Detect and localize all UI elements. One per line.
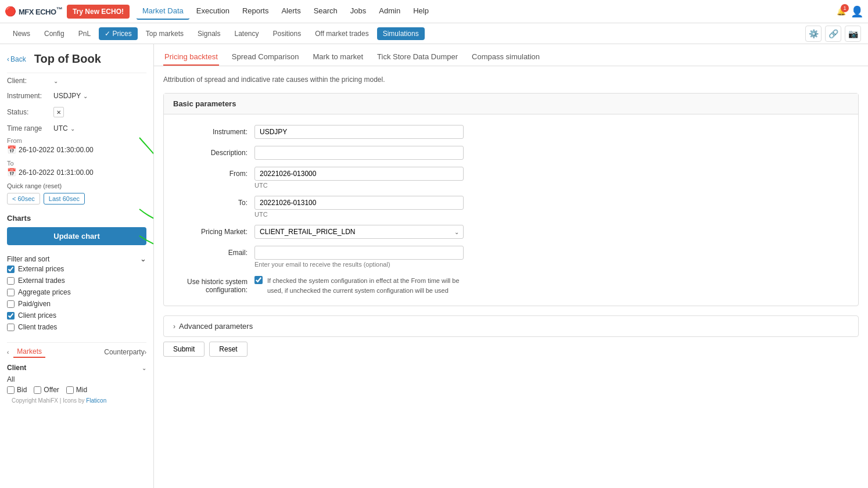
to-input[interactable] <box>254 196 464 210</box>
email-form-row: Email: Enter your email to receive the r… <box>173 242 849 271</box>
external-prices-checkbox[interactable]: External prices <box>7 263 146 275</box>
bid-checkbox[interactable]: Bid <box>7 386 27 394</box>
all-label: All <box>7 374 146 385</box>
back-button[interactable]: ‹ Back <box>7 55 26 63</box>
from-value[interactable]: 📅 26-10-2022 01:30:00.00 <box>7 145 146 154</box>
sub-nav-news[interactable]: News <box>7 27 36 40</box>
tab-markets[interactable]: Markets <box>13 346 45 358</box>
pricing-market-form-row: Pricing Market: CLIENT_RETAIL_PRICE_LDN … <box>173 221 849 242</box>
inner-tabs: Pricing backtest Spread Comparison Mark … <box>154 44 868 66</box>
historic-config-checkbox[interactable] <box>254 276 263 284</box>
try-new-echo-button[interactable]: Try New ECHO! <box>67 5 130 19</box>
paid-given-checkbox[interactable]: Paid/given <box>7 298 146 310</box>
tab-tick-store-data-dumper[interactable]: Tick Store Data Dumper <box>376 49 459 66</box>
sub-nav-pnl[interactable]: PnL <box>73 27 96 40</box>
client-section: Client ⌄ <box>7 361 146 374</box>
external-trades-checkbox[interactable]: External trades <box>7 275 146 286</box>
from-input[interactable] <box>254 167 464 181</box>
basic-parameters-section: Basic parameters Instrument: Description… <box>163 93 859 306</box>
left-chevron-icon[interactable]: ‹ <box>7 349 9 356</box>
description-form-label: Description: <box>173 146 254 157</box>
tab-mark-to-market[interactable]: Mark to market <box>311 49 364 66</box>
nav-help[interactable]: Help <box>407 3 435 20</box>
camera-icon[interactable]: 📷 <box>845 26 861 42</box>
client-dropdown[interactable]: ⌄ <box>53 78 58 84</box>
to-calendar-icon: 📅 <box>7 168 16 177</box>
charts-section: Charts Update chart <box>7 209 146 250</box>
sub-nav-prices[interactable]: ✓ Prices <box>99 27 138 40</box>
tab-compass-simulation[interactable]: Compass simulation <box>471 49 541 66</box>
content-area: Pricing backtest Spread Comparison Mark … <box>154 44 868 488</box>
profile-icon[interactable]: 👤 <box>851 5 863 18</box>
submit-button[interactable]: Submit <box>163 342 205 357</box>
filter-sort-header[interactable]: Filter and sort ⌄ <box>7 254 146 263</box>
nav-execution[interactable]: Execution <box>191 3 235 20</box>
client-prices-checkbox[interactable]: Client prices <box>7 310 146 321</box>
sub-nav-simulations[interactable]: Simulations <box>377 27 425 40</box>
basic-parameters-body: Instrument: Description: F <box>164 114 858 306</box>
client-trades-checkbox[interactable]: Client trades <box>7 321 146 333</box>
to-form-label: To: <box>173 196 254 207</box>
right-chevron-icon[interactable]: › <box>145 349 146 356</box>
historic-config-content: If checked the system configuration in e… <box>254 275 849 295</box>
historic-config-form-row: Use historic system configuration: If ch… <box>173 271 849 299</box>
pricing-market-label: Pricing Market: <box>173 225 254 236</box>
description-form-row: Description: <box>173 142 849 163</box>
update-chart-button[interactable]: Update chart <box>7 227 146 245</box>
to-label: To <box>7 160 146 167</box>
last-60sec-button[interactable]: Last 60sec <box>44 193 85 204</box>
logo: 🔴 MFX ECHO™ <box>5 6 62 17</box>
time-range-dropdown[interactable]: UTC ⌄ <box>53 124 75 132</box>
from-form-content: UTC <box>254 167 849 189</box>
status-clear-btn[interactable]: ✕ <box>53 107 64 117</box>
from-note: UTC <box>254 182 849 189</box>
pricing-market-content: CLIENT_RETAIL_PRICE_LDN CLIENT_RETAIL_PR… <box>254 225 849 239</box>
from-label: From <box>7 137 146 144</box>
nav-market-data[interactable]: Market Data <box>137 3 189 20</box>
settings-icon[interactable]: ⚙️ <box>805 26 822 42</box>
60sec-button[interactable]: < 60sec <box>7 193 40 204</box>
client-dropdown-btn[interactable]: ⌄ <box>142 365 146 371</box>
mid-checkbox[interactable]: Mid <box>66 386 87 394</box>
description-input[interactable] <box>254 146 464 160</box>
email-input[interactable] <box>254 246 464 260</box>
aggregate-prices-checkbox[interactable]: Aggregate prices <box>7 286 146 298</box>
nav-right-icons: 🔔1 👤 <box>837 5 863 18</box>
tab-spread-comparison[interactable]: Spread Comparison <box>231 49 300 66</box>
sub-nav-positions[interactable]: Positions <box>267 27 307 40</box>
sub-nav-config[interactable]: Config <box>38 27 70 40</box>
main-nav: Market Data Execution Reports Alerts Sea… <box>137 3 837 20</box>
to-form-row: To: UTC <box>173 192 849 221</box>
instrument-dropdown[interactable]: USDJPY ⌄ <box>53 92 88 100</box>
instrument-form-label: Instrument: <box>173 125 254 136</box>
instrument-input[interactable] <box>254 125 464 139</box>
sub-nav-signals[interactable]: Signals <box>192 27 226 40</box>
tab-pricing-backtest[interactable]: Pricing backtest <box>163 49 219 66</box>
nav-search[interactable]: Search <box>308 3 343 20</box>
to-value[interactable]: 📅 26-10-2022 01:31:00.00 <box>7 168 146 177</box>
sub-nav-top-markets[interactable]: Top markets <box>140 27 189 40</box>
advanced-parameters-section[interactable]: › Advanced parameters <box>163 315 859 337</box>
filter-sort-title: Filter and sort <box>7 255 49 263</box>
filter-sort-chevron-icon: ⌄ <box>140 254 146 263</box>
reset-button[interactable]: Reset <box>209 342 247 357</box>
nav-alerts[interactable]: Alerts <box>275 3 306 20</box>
nav-admin[interactable]: Admin <box>373 3 406 20</box>
offer-checkbox[interactable]: Offer <box>34 386 59 394</box>
status-field: Status: ✕ <box>7 103 146 121</box>
nav-jobs[interactable]: Jobs <box>345 3 372 20</box>
historic-config-desc: If checked the system configuration in e… <box>267 276 476 295</box>
sub-nav-off-market[interactable]: Off market trades <box>309 27 374 40</box>
sub-nav-latency[interactable]: Latency <box>228 27 264 40</box>
to-datetime: To 📅 26-10-2022 01:31:00.00 <box>7 159 146 178</box>
logo-text: MFX ECHO™ <box>19 6 62 16</box>
nav-reports[interactable]: Reports <box>236 3 275 20</box>
advanced-params-title: Advanced parameters <box>179 322 253 331</box>
link-icon[interactable]: 🔗 <box>825 26 841 42</box>
tab-counterparty[interactable]: Counterparty <box>104 348 144 356</box>
pricing-market-select[interactable]: CLIENT_RETAIL_PRICE_LDN CLIENT_RETAIL_PR… <box>254 225 464 239</box>
sidebar-header: ‹ Back Top of Book <box>7 49 146 73</box>
logo-icon: 🔴 <box>5 6 16 17</box>
notification-bell[interactable]: 🔔1 <box>837 7 846 16</box>
email-note: Enter your email to receive the results … <box>254 261 849 268</box>
